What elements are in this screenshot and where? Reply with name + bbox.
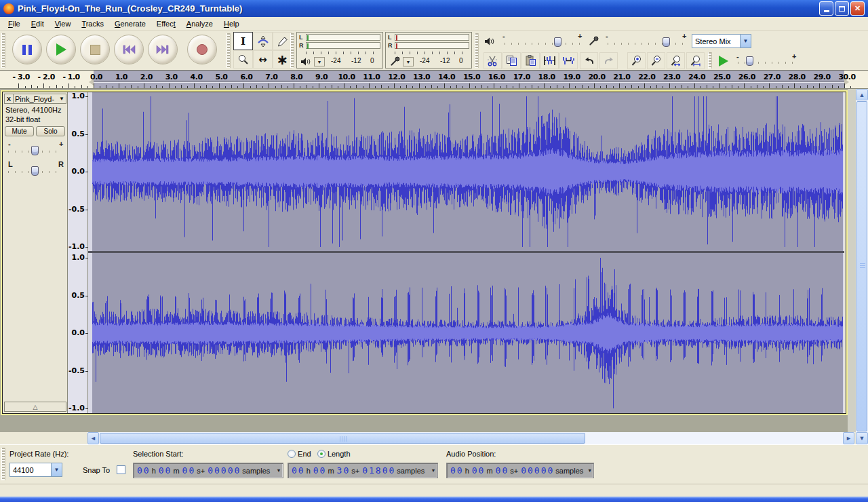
input-source-select[interactable]: Stereo Mix ▼ [692,34,751,48]
play-button[interactable] [46,35,76,64]
horizontal-scrollbar[interactable]: ◄ ► [87,432,854,444]
scroll-right-button[interactable]: ► [843,432,854,444]
track-menu-arrow-icon[interactable]: ▼ [58,96,66,102]
length-radio[interactable] [317,450,326,458]
selection-toolbar-grip[interactable] [1,448,5,480]
track-collapse-button[interactable]: △ [4,402,66,412]
menu-generate[interactable]: Generate [109,18,151,29]
record-button[interactable] [187,35,217,64]
playback-meter[interactable]: L R ▼ -24 -12 0 [296,32,383,69]
pause-button[interactable] [12,35,42,64]
seconds-value[interactable]: 00 [182,465,196,476]
menu-edit[interactable]: Edit [26,18,50,29]
skip-to-start-button[interactable] [114,35,144,64]
menu-effect[interactable]: Effect [151,18,181,29]
paste-button[interactable] [521,52,540,69]
selection-start-field[interactable]: 00h 00m 00s+ 00000samples ▼ [133,463,283,478]
mute-button[interactable]: Mute [5,126,34,136]
samples-value[interactable]: 00000 [208,465,241,476]
scroll-up-button[interactable]: ▲ [856,89,868,100]
track-format-info: Stereo, 44100Hz [5,106,62,114]
end-radio-label[interactable]: End [298,450,311,458]
zoom-out-button[interactable] [647,52,665,69]
menu-help[interactable]: Help [218,18,245,29]
vertical-scroll-thumb[interactable] [856,101,867,431]
vruler-label: 0.5 [72,291,85,300]
hours-unit: h [307,467,311,475]
speed-slider[interactable] [746,56,753,66]
horizontal-scroll-thumb[interactable] [100,433,585,444]
minimize-button[interactable] [819,1,833,16]
timeline-ruler[interactable]: - 3.0- 2.0- 1.00.01.02.03.04.05.06.07.08… [0,71,868,89]
length-radio-label[interactable]: Length [328,450,351,458]
paste-icon [525,55,536,66]
snap-to-checkbox[interactable] [117,465,125,474]
play-at-speed-button[interactable] [714,52,732,69]
scroll-left-button[interactable]: ◄ [87,432,99,444]
field-dropdown-arrow-icon[interactable]: ▼ [429,468,437,473]
close-button[interactable]: ✕ [850,1,865,16]
draw-tool-button[interactable] [273,32,292,50]
pan-slider[interactable] [31,166,39,176]
waveform-right-channel[interactable] [88,253,844,413]
vertical-ruler[interactable]: 1.00.50.0-0.5-1.0 1.00.50.0-0.5-1.0 [68,92,88,413]
transcription-toolbar-grip[interactable] [708,52,712,69]
selection-length-field[interactable]: 00h 00m 30s+ 01800samples ▼ [288,463,438,478]
multi-tool-button[interactable]: ∗ [273,50,292,69]
seconds-value[interactable]: 30 [337,465,351,476]
ruler-tick [644,83,645,88]
scroll-down-button[interactable]: ▼ [856,432,868,444]
menu-analyze[interactable]: Analyze [181,18,218,29]
trim-audio-button[interactable] [540,52,559,69]
fit-project-button[interactable] [686,52,705,69]
minutes-value[interactable]: 00 [472,465,486,476]
vertical-scrollbar[interactable]: ▲ ▼ [856,89,868,444]
stop-button[interactable] [80,35,110,64]
waveform-left-channel[interactable] [88,92,844,251]
hours-value[interactable]: 00 [450,465,464,476]
fit-selection-button[interactable] [667,52,685,69]
mixer-toolbar-grip[interactable] [475,33,479,68]
track-title-bar[interactable]: X Pink_Floyd- ▼ [4,94,66,104]
menu-tracks[interactable]: Tracks [76,18,109,29]
gain-slider[interactable] [31,146,39,155]
menu-view[interactable]: View [50,18,77,29]
solo-button[interactable]: Solo [36,126,65,136]
track-close-button[interactable]: X [5,94,14,103]
copy-button[interactable] [502,52,521,69]
tools-toolbar-grip[interactable] [226,33,231,68]
transport-toolbar-grip[interactable] [1,33,5,68]
cut-button[interactable] [484,52,502,69]
project-rate-select[interactable]: 44100 ▼ [9,463,62,477]
zoom-in-button[interactable] [627,52,646,69]
input-volume-slider[interactable] [663,37,670,47]
field-dropdown-arrow-icon[interactable]: ▼ [586,468,593,473]
recording-meter-dropdown[interactable]: ▼ [403,57,414,66]
minutes-value[interactable]: 00 [313,465,327,476]
trim-icon [543,55,556,66]
meter-toolbar-grip[interactable] [290,33,294,68]
redo-button[interactable] [599,52,618,69]
field-dropdown-arrow-icon[interactable]: ▼ [275,468,283,473]
selection-tool-button[interactable]: I [233,32,253,50]
skip-to-end-button[interactable] [148,35,178,64]
minutes-value[interactable]: 00 [159,465,172,476]
zoom-tool-button[interactable] [233,50,253,69]
hours-value[interactable]: 00 [137,465,151,476]
recording-meter[interactable]: L R ▼ -24 -12 0 [385,32,472,69]
envelope-tool-button[interactable] [253,32,273,50]
ruler-tick [701,86,701,88]
seconds-value[interactable]: 00 [496,465,509,476]
output-volume-slider[interactable] [554,37,561,47]
samples-value[interactable]: 01800 [362,465,395,476]
time-shift-tool-button[interactable]: ↔ [253,50,273,69]
end-radio[interactable] [288,450,296,458]
menu-file[interactable]: File [3,18,26,29]
samples-value[interactable]: 00000 [521,465,554,476]
playback-meter-dropdown[interactable]: ▼ [314,57,325,66]
restore-button[interactable] [835,1,849,16]
hours-value[interactable]: 00 [292,465,305,476]
undo-button[interactable] [580,52,598,69]
silence-audio-button[interactable] [559,52,578,69]
audio-position-field[interactable]: 00h 00m 00s+ 00000samples ▼ [446,463,594,478]
